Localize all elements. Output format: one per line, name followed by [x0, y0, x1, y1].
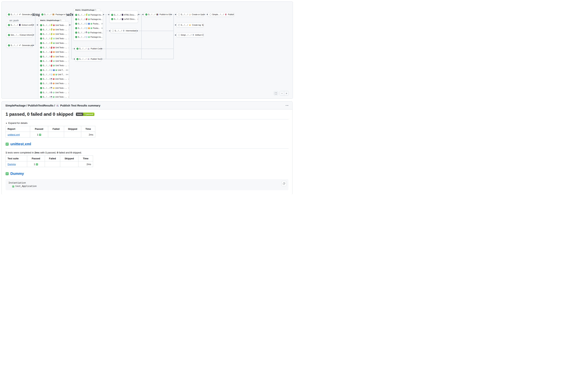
matrix-job-row[interactable]: S... / ... / Unit Tests - ...20s — [38, 37, 69, 41]
table-link[interactable]: unittest.xml — [8, 133, 20, 136]
matrix-job-row[interactable]: S... / ... / Unit Tests - ...14s — [38, 91, 69, 95]
job-node-publish_code[interactable]: S... / ... / Publish Code C...22s — [75, 47, 101, 51]
job-node-extract_cfg[interactable]: S... / ... / Extract configur...6s — [6, 23, 33, 27]
table-link[interactable]: Dummy — [8, 163, 16, 166]
status-success-icon — [40, 38, 42, 40]
matrix-job-row[interactable]: S... / ... / Unit T...2m 3s — [38, 73, 69, 76]
job-duration: 1m 45s — [101, 23, 103, 24]
section-heading-suite: Dummy — [5, 171, 288, 176]
penguin-icon — [51, 96, 52, 98]
matrix-job-row[interactable]: S... / ... / Unit Tests - ...18s — [38, 41, 69, 45]
status-success-icon — [40, 69, 42, 71]
job-node-gh_pages[interactable]: S... / ... / Publish to GH-P...7s — [144, 12, 171, 17]
circle-lightgreen-icon — [53, 38, 55, 39]
job-node-pypi[interactable]: Simple... / ... / Publish to PyPI — [208, 12, 234, 17]
workflow-graph-panel: _Checking_SimplePackage_Pipeline.yml on:… — [1, 1, 293, 99]
status-success-icon — [40, 51, 42, 53]
status-success-icon — [41, 14, 44, 16]
matrix-job-row[interactable]: S... / ... / Package ins...11s — [73, 13, 103, 17]
matrix-job-row[interactable]: S... / ... / Package inst...9s — [73, 31, 103, 35]
job-node-publish_test[interactable]: S... / ... / Publish Test Re...14s — [75, 57, 101, 61]
job-label: S... / ... / — [181, 24, 188, 26]
matrix-job-row[interactable]: S... / ... / Unit Tests - ...19s — [38, 32, 69, 36]
status-success-icon — [75, 14, 77, 16]
matrix-job-row[interactable]: S... / ... / Package ins...22s — [73, 35, 103, 39]
zoom-out-button[interactable]: − — [280, 91, 284, 95]
job-label: S... / ... / — [181, 14, 188, 16]
red-apple-icon — [86, 19, 87, 20]
report-heading-link[interactable]: unittest.xml — [10, 142, 31, 146]
job-duration: 13s — [67, 83, 69, 84]
job-label: Unit Tests - ... — [55, 82, 67, 84]
matrix-job-row[interactable]: S... / ... / HTML Docu...1m 46s — [109, 13, 138, 17]
copy-button[interactable] — [282, 181, 287, 186]
status-success-icon — [76, 48, 79, 50]
job-label: S... / ... / — [43, 87, 50, 89]
notebook-icon — [122, 14, 123, 16]
job-label: Unit Tests - ... — [55, 78, 67, 80]
tag-icon — [189, 24, 191, 26]
job-node-gen1[interactable]: S... / ... / Generate pipelin...3s — [6, 12, 33, 17]
square-blue-icon — [88, 23, 90, 24]
matrix-job-row[interactable]: S... / ... / Unit Tests - ...40s — [38, 64, 69, 68]
results-sentence: 1 tests were completed in 2ms with 1 pas… — [5, 151, 288, 154]
time-cell: 2ms — [79, 161, 93, 167]
circle-orange-icon — [53, 51, 55, 53]
job-label: S... / ... / — [43, 38, 50, 40]
matrix-job-row[interactable]: S... / ... / Package ins...14s — [73, 17, 103, 21]
job-label: Unit Tests - ... — [55, 96, 67, 98]
job-duration: 30s — [68, 51, 69, 53]
fullscreen-button[interactable] — [274, 91, 278, 95]
job-node-gen2[interactable]: S... / ... / Generate pipelin...4s — [6, 43, 33, 48]
matrix-job-row[interactable]: S... / ... / Unit Tests - ...14s — [38, 95, 69, 99]
plus-icon: + — [286, 92, 287, 95]
matrix-job-row[interactable]: S... / ... / Packa...1m 48s — [73, 26, 103, 30]
table-header: Skipped — [60, 156, 79, 161]
job-duration: 36s — [68, 24, 69, 26]
matrix-box-install: S... / ... / Package ins...11sS... / ...… — [73, 11, 103, 41]
status-success-icon — [40, 56, 42, 58]
badge-label: tests — [76, 113, 83, 116]
status-success-icon — [40, 96, 42, 98]
matrix-job-row[interactable]: S... / ... / Unit T...2m 7s — [38, 68, 69, 72]
job-label: S... / ... / — [43, 82, 50, 84]
matrix-job-row[interactable]: S... / ... / LaTeX Docu...1m 18s — [109, 17, 138, 21]
matrix-job-row[interactable]: S... / ... / Unit Tests - ...13s — [38, 81, 69, 85]
trash-icon — [193, 34, 194, 36]
table-header: Test suite — [6, 156, 27, 161]
job-node-package_src[interactable]: S... / ... / Package in Sou...18s — [40, 12, 67, 17]
job-label: S... / ... / — [114, 14, 121, 16]
job-node-create_release[interactable]: S... / ... / Create or Update R... — [176, 12, 204, 17]
kebab-menu-button[interactable] — [285, 104, 289, 107]
matrix-job-row[interactable]: S... / ... / Unit Tests - ...25s — [38, 55, 69, 59]
circle-green-icon — [90, 23, 92, 24]
job-label: S... / ... / — [79, 58, 87, 60]
matrix-job-row[interactable]: S... / ... / Unit Tests - ...16s — [38, 77, 69, 81]
matrix-job-row[interactable]: S... / ... / Unit Tests - ...39s — [38, 28, 69, 32]
job-label: S... / ... / — [43, 42, 50, 44]
job-node-artifact_cleanup[interactable]: Simpl... / ... / Artifact Cleanup — [176, 33, 204, 37]
matrix-job-row[interactable]: S... / ... / Unit Tests - ...36s — [38, 23, 69, 27]
matrix-job-row[interactable]: S... / ... / Unit Tests - ...27s — [38, 59, 69, 63]
matrix-job-row[interactable]: S... / ... / Unit Tests - ...28s — [38, 46, 69, 49]
job-label: S... / ... / — [11, 44, 18, 47]
trash-icon — [123, 30, 125, 32]
job-node-intermediate[interactable]: S... / ... / Intermediate Artifa... — [110, 28, 136, 33]
job-node-extract_info[interactable]: Sim... / ... / Extract Information4s — [6, 33, 33, 37]
job-label: S... / ... / — [78, 18, 85, 20]
matrix-job-row[interactable]: S... / ... / Packa...1m 45s — [73, 22, 103, 26]
job-node-create_tag[interactable]: S... / ... / Create tag `${{ in...0s — [176, 23, 204, 27]
matrix-job-row[interactable]: S... / ... / Unit Tests - ...15s — [38, 86, 69, 90]
expand-details-toggle[interactable]: Expand for details — [5, 122, 288, 124]
matrix-job-row[interactable]: S... / ... / Unit Tests - ...30s — [38, 50, 69, 54]
status-success-icon — [40, 87, 42, 89]
circle-lightgreen-icon — [53, 60, 55, 62]
job-duration: 20s — [68, 38, 69, 40]
status-success-icon — [40, 78, 42, 80]
circle-yellow-icon — [53, 33, 55, 35]
copy-icon — [283, 182, 285, 185]
suite-heading-link[interactable]: Dummy — [10, 171, 24, 176]
test-class-name: Instantiation — [8, 181, 285, 185]
books-icon — [156, 14, 158, 15]
zoom-in-button[interactable]: + — [284, 91, 289, 95]
